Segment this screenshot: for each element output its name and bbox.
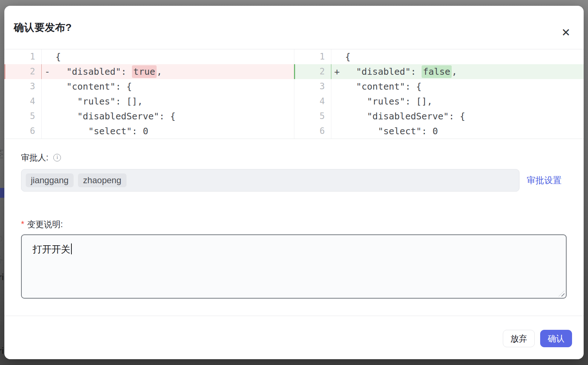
required-asterisk: * — [21, 220, 24, 229]
diff-row: 1 { — [294, 49, 584, 64]
line-number: 3 — [4, 79, 42, 94]
line-number: 1 — [294, 49, 331, 64]
background-circle-fragment — [0, 236, 3, 242]
line-number: 5 — [294, 109, 331, 124]
approval-settings-link[interactable]: 审批设置 — [527, 175, 562, 186]
background-text-fragment: ri — [0, 272, 4, 282]
background-glyph-fragment: 务 — [0, 253, 3, 266]
background-glyph-fragment: 务 — [0, 314, 3, 327]
code-line: { — [42, 49, 294, 64]
dialog-footer: 放弃 确认 — [4, 316, 584, 347]
diff-row: 3 "content": { — [294, 79, 584, 94]
approver-section: 审批人: i jianggang zhaopeng 审批设置 — [21, 152, 566, 192]
diff-row: 3 "content": { — [4, 79, 294, 94]
approver-input[interactable]: jianggang zhaopeng — [21, 169, 519, 192]
code-line: "rules": [], — [331, 94, 584, 109]
diff-pane-old: 1 { 2 - "disabled": true, 3 "content": {… — [4, 49, 294, 139]
json-diff-viewer[interactable]: 1 { 2 - "disabled": true, 3 "content": {… — [4, 49, 584, 139]
info-icon[interactable]: i — [53, 154, 61, 161]
line-number: 2 — [4, 64, 42, 79]
code-line: "select": 0 — [331, 124, 584, 139]
confirm-button[interactable]: 确认 — [540, 330, 572, 347]
change-description-value: 打开开关 — [33, 244, 70, 255]
code-line: "rules": [], — [42, 94, 294, 109]
background-glyph-fragment: 签 — [0, 146, 4, 161]
code-line: { — [331, 49, 584, 64]
line-number: 2 — [294, 64, 331, 79]
approver-tag[interactable]: zhaopeng — [78, 173, 126, 187]
change-description-textarea[interactable]: 打开开关 — [21, 234, 567, 299]
code-line: "select": 0 — [42, 124, 294, 139]
publish-confirm-dialog: 确认要发布? ✕ 1 { 2 - "disabled": true, 3 "co… — [4, 6, 584, 359]
code-line: + "disabled": false, — [331, 64, 584, 79]
text-caret — [71, 243, 72, 254]
background-text-fragment: ri — [0, 346, 4, 356]
diff-pane-new: 1 { 2 + "disabled": false, 3 "content": … — [294, 49, 584, 139]
diff-row: 5 "disabledServe": { — [294, 109, 584, 124]
cancel-button[interactable]: 放弃 — [503, 330, 535, 347]
diff-row: 6 "select": 0 — [4, 124, 294, 139]
diff-row: 4 "rules": [], — [4, 94, 294, 109]
line-number: 6 — [294, 124, 331, 139]
line-number: 4 — [294, 94, 331, 109]
close-icon[interactable]: ✕ — [558, 25, 574, 41]
diff-row: 4 "rules": [], — [294, 94, 584, 109]
change-description-label: 变更说明: — [27, 219, 63, 230]
code-line: "disabledServe": { — [42, 109, 294, 124]
dialog-title: 确认要发布? — [14, 21, 584, 34]
diff-row: 1 { — [4, 49, 294, 64]
diff-row: 5 "disabledServe": { — [4, 109, 294, 124]
code-line: "content": { — [331, 79, 584, 94]
line-number: 3 — [294, 79, 331, 94]
diff-row-removed: 2 - "disabled": true, — [4, 64, 294, 79]
line-number: 5 — [4, 109, 42, 124]
code-line: "disabledServe": { — [331, 109, 584, 124]
approver-tag[interactable]: jianggang — [26, 173, 74, 187]
code-line: "content": { — [42, 79, 294, 94]
resize-handle-icon[interactable] — [559, 291, 564, 296]
approver-label: 审批人: — [21, 152, 48, 163]
code-line: - "disabled": true, — [42, 64, 294, 79]
diff-row: 6 "select": 0 — [294, 124, 584, 139]
line-number: 1 — [4, 49, 42, 64]
diff-row-added: 2 + "disabled": false, — [294, 64, 584, 79]
line-number: 6 — [4, 124, 42, 139]
change-description-section: * 变更说明: 打开开关 — [21, 219, 566, 299]
line-number: 4 — [4, 94, 42, 109]
